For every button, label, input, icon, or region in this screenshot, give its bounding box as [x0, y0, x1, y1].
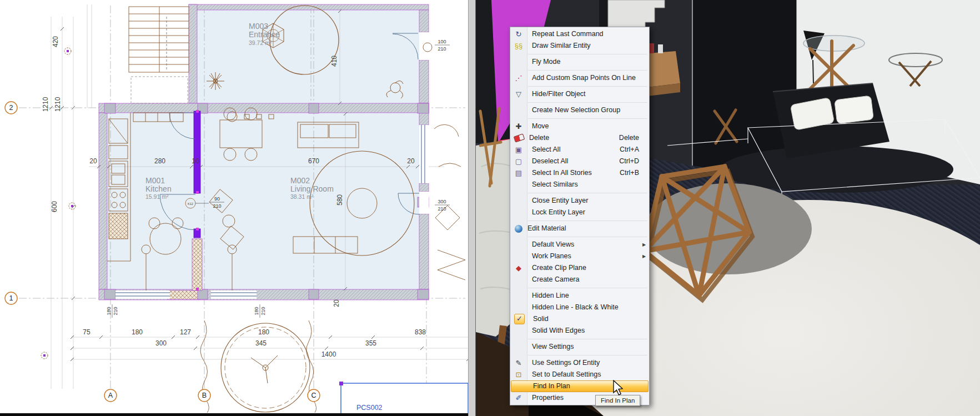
- eraser-icon: [514, 133, 525, 142]
- menu-item-label: Delete: [524, 132, 619, 144]
- menu-item-edit-material[interactable]: Edit Material: [510, 223, 649, 234]
- menu-item-label: Create Camera: [527, 274, 639, 285]
- dimension-label: 180: [132, 328, 143, 336]
- draw-similar-icon: §§: [510, 40, 527, 52]
- menu-item-solid[interactable]: ✓Solid: [510, 313, 649, 325]
- door-size: 300: [438, 199, 446, 204]
- menu-item-label: Draw Similar Entity: [527, 40, 639, 52]
- menu-item-label: Solid: [528, 313, 639, 325]
- dimension-label: 20: [407, 157, 415, 165]
- floor-plan-canvas[interactable]: 420 1210 1210 600 20 280 10 670 20 410 5…: [0, 0, 468, 416]
- menu-item-solid-with-edges[interactable]: Solid With Edges: [510, 325, 649, 337]
- survey-markers: [41, 48, 76, 359]
- menu-item-delete[interactable]: DeleteDelete: [510, 132, 649, 144]
- menu-item-label: Hidden Line: [527, 290, 639, 302]
- menu-item-label: Create New Selection Group: [527, 104, 639, 116]
- menu-separator: [510, 84, 649, 88]
- dimension-label: 1210: [54, 97, 62, 112]
- menu-separator: [510, 353, 649, 357]
- submenu-arrow-icon: ▶: [642, 239, 649, 250]
- menu-item-label: Lock Entity Layer: [527, 207, 639, 218]
- menu-item-set-to-default-settings[interactable]: ⊡Set to Default Settings: [510, 369, 649, 380]
- eyedropper-icon: ✎: [510, 357, 527, 369]
- svg-text:15.91 m²: 15.91 m²: [145, 193, 169, 200]
- context-menu: ↻Repeat Last Command§§Draw Similar Entit…: [510, 27, 650, 405]
- deselect-all-icon: ▢: [510, 156, 527, 167]
- menu-item-lock-entity-layer[interactable]: Lock Entity Layer: [510, 207, 649, 218]
- select-all-icon: ▣: [510, 144, 527, 156]
- menu-item-create-clip-plane[interactable]: ◆Create Clip Plane: [510, 262, 649, 274]
- door-size: 210: [113, 307, 118, 315]
- menu-item-use-settings-of-entity[interactable]: ✎Use Settings Of Entity: [510, 357, 649, 369]
- menu-item-label: Default Views: [527, 239, 639, 250]
- checkmark-icon: ✓: [514, 314, 525, 324]
- menu-separator: [510, 68, 649, 72]
- door-size: 180: [106, 307, 112, 315]
- dimension-label: 600: [51, 201, 58, 212]
- menu-item-deselect-all[interactable]: ▢Deselect AllCtrl+D: [510, 156, 649, 167]
- menu-item-close-entity-layer[interactable]: Close Entity Layer: [510, 195, 649, 207]
- menu-item-shortcut: Ctrl+D: [619, 156, 642, 167]
- menu-item-label: Set to Default Settings: [527, 369, 639, 380]
- dimension-label: 280: [154, 157, 165, 165]
- dimension-label: 355: [365, 339, 376, 347]
- menu-item-add-custom-snap-points-on-line[interactable]: ⋰Add Custom Snap Points On Line: [510, 72, 649, 84]
- door-size: 210: [438, 206, 446, 212]
- properties-icon: ✐: [510, 392, 527, 404]
- select-stories-icon: ▤: [510, 167, 527, 179]
- material-sphere-icon: [515, 225, 522, 233]
- svg-text:Entrance: Entrance: [249, 30, 280, 39]
- menu-item-label: Select In All Stories: [527, 167, 620, 179]
- menu-item-label: Hide/Filter Object: [527, 88, 639, 100]
- menu-item-label: Fly Mode: [527, 56, 639, 68]
- svg-text:M001: M001: [145, 176, 165, 185]
- menu-item-hide-filter-object[interactable]: ▽Hide/Filter Object: [510, 88, 649, 100]
- menu-separator: [510, 191, 649, 195]
- sheet-label: PCS002: [356, 404, 383, 412]
- menu-separator: [510, 100, 649, 104]
- menu-item-label: Solid With Edges: [527, 325, 639, 337]
- menu-item-default-views[interactable]: Default Views▶: [510, 239, 649, 250]
- menu-separator: [510, 337, 649, 341]
- submenu-arrow-icon: ▶: [642, 250, 649, 262]
- menu-item-hidden-line[interactable]: Hidden Line: [510, 290, 649, 302]
- menu-item-select-similars[interactable]: Select Similars: [510, 179, 649, 191]
- sheet-title-block[interactable]: PCS002: [339, 382, 468, 416]
- svg-text:M003: M003: [249, 22, 268, 31]
- menu-item-select-all[interactable]: ▣Select AllCtrl+A: [510, 144, 649, 156]
- menu-item-view-settings[interactable]: View Settings: [510, 341, 649, 353]
- door-size: 90: [214, 196, 220, 202]
- dimension-label: 1210: [42, 97, 49, 112]
- menu-item-label: Deselect All: [527, 156, 619, 167]
- dimension-label: 20: [333, 299, 340, 307]
- pane-divider[interactable]: [468, 0, 476, 416]
- menu-item-work-planes[interactable]: Work Planes▶: [510, 250, 649, 262]
- clip-plane-icon: ◆: [510, 262, 527, 274]
- dimension-label: 127: [180, 328, 191, 336]
- menu-item-select-in-all-stories[interactable]: ▤Select In All StoriesCtrl+B: [510, 167, 649, 179]
- menu-item-create-new-selection-group[interactable]: Create New Selection Group: [510, 104, 649, 116]
- dimension-label: 20: [89, 157, 97, 165]
- move-icon: ✚: [510, 121, 527, 132]
- dimension-label: 300: [155, 339, 167, 347]
- menu-item-label: Repeat Last Command: [527, 28, 639, 40]
- menu-item-fly-mode[interactable]: Fly Mode: [510, 56, 649, 68]
- menu-item-draw-similar-entity[interactable]: §§Draw Similar Entity: [510, 40, 649, 52]
- dimension-label: 10: [192, 157, 199, 165]
- menu-item-hidden-line-black-white[interactable]: Hidden Line - Black & White: [510, 302, 649, 313]
- door-size: 210: [438, 46, 446, 52]
- dimension-label: 345: [255, 339, 267, 347]
- cursor-arrow-icon: [614, 380, 622, 395]
- dimension-label: 1400: [321, 350, 336, 358]
- menu-item-create-camera[interactable]: Create Camera: [510, 274, 649, 285]
- menu-item-shortcut: Ctrl+A: [620, 144, 642, 156]
- filter-icon: ▽: [510, 88, 527, 100]
- dimension-label: 410: [330, 56, 338, 67]
- menu-item-repeat-last-command[interactable]: ↻Repeat Last Command: [510, 28, 649, 40]
- floor-plan-pane[interactable]: 420 1210 1210 600 20 280 10 670 20 410 5…: [0, 0, 468, 416]
- dimension-label: 670: [308, 157, 319, 165]
- door-size: 210: [213, 203, 221, 209]
- menu-item-find-in-plan[interactable]: Find In Plan: [511, 380, 649, 392]
- menu-item-move[interactable]: ✚Move: [510, 121, 649, 132]
- svg-text:Living Room: Living Room: [290, 184, 334, 193]
